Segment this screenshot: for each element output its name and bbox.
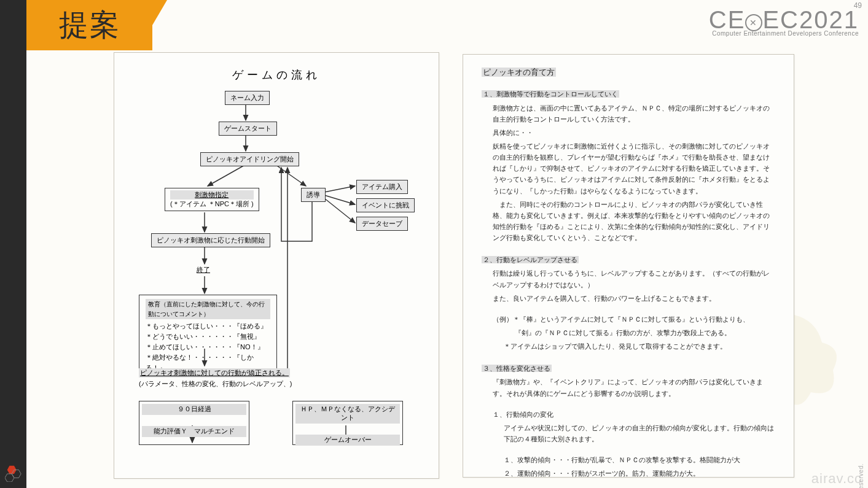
node-buy-item: アイテム購入 (356, 180, 408, 194)
svg-line-7 (324, 186, 355, 192)
slide-title-block: 提案 (26, 0, 152, 50)
sec2-ex1: （例）＊『棒』というアイテムに対して『ＮＰＣに対して振る』という行動よりも、 (493, 314, 775, 325)
sec2-ex3: ＊アイテムはショップで購入したり、発見して取得することができます。 (504, 341, 775, 352)
node-name-input: ネーム入力 (225, 91, 270, 105)
sidebar-strip (0, 0, 26, 488)
sec1-head: １、刺激物等で行動をコントロールしていく (482, 90, 619, 98)
svg-line-8 (324, 195, 355, 204)
flow-diagram: ネーム入力 ゲームスタート ピノッキオアイドリング開始 刺激物指定 (＊アイテム… (128, 91, 425, 471)
sec2-p2: また、良いアイテムを購入して、行動のパワーを上げることもできます。 (493, 293, 775, 304)
node-action-start: ピノッキオ刺激物に応じた行動開始 (151, 233, 270, 247)
node-event: イベントに挑戦 (356, 198, 415, 212)
conference-subtitle: Computer Entertainment Developers Confer… (709, 30, 859, 37)
sec2-ex2: 『剣』の『ＮＰＣに対して振る』行動の方が、攻撃力が数段上である。 (515, 327, 775, 338)
sec3-l2: ２、運動的傾向・・・行動がスポーツ的。筋力、運動能力が大。 (504, 468, 775, 479)
controller-icon: ✕ (745, 14, 762, 31)
svg-line-5 (208, 165, 246, 186)
sec3-sub: １、行動傾向の変化 (493, 409, 775, 420)
footer-logo-icon (5, 465, 22, 482)
svg-line-6 (275, 165, 306, 186)
node-end: 終了 (197, 265, 210, 274)
section-label: ゲームの説明 (34, 192, 68, 356)
svg-line-9 (324, 198, 355, 223)
sec2-head: ２、行動をレベルアップさせる (482, 256, 579, 263)
node-game-start: ゲームスタート (219, 122, 277, 136)
node-save: データセーブ (356, 217, 408, 231)
sec1-p3: 妖精を使ってピノッキオに刺激物に近付くように指示し、その刺激物に対してのピノッキ… (493, 141, 775, 196)
box-90days: ９０日経過 能力評価Ｙ マルチエンド (139, 401, 249, 445)
node-stimulus: 刺激物指定 (＊アイテム ＊NPC＊場所 ) (165, 188, 259, 211)
flow-title: ゲームの流れ (128, 68, 425, 82)
sec2-p1: 行動は繰り返し行っているうちに、レベルアップすることがあります。（すべての行動が… (493, 268, 775, 290)
doc-title: ピノッキオの育て方 (482, 68, 556, 77)
node-guide: 誘導 (301, 188, 326, 202)
sec1-p4: また、同時にその行動のコントロールにより、ピノッキオの内部パラが変化していき性格… (493, 199, 775, 244)
svg-marker-2 (5, 474, 14, 482)
sec3-p1: 『刺激物方』や、『イベントクリア』によって、ピノッキオの内部パラは変化していきま… (493, 376, 775, 398)
sec3-sub-p: アイテムや状況に対しての、ピノッキオの自主的行動の傾向が変化します。行動の傾向は… (504, 422, 775, 444)
conference-logo: CE✕EC2021 Computer Entertainment Develop… (709, 6, 859, 37)
result-line2: (パラメータ、性格の変化、行動のレベルアップ、) (139, 379, 292, 389)
node-education-box: 教育（直前にした刺激物に対して、今の行動についてコメント） ＊もっとやってほしい… (139, 295, 277, 378)
scan-page-text: ピノッキオの育て方 １、刺激物等で行動をコントロールしていく 刺激物方とは、画面… (463, 54, 794, 478)
slide-title: 提案 (59, 6, 120, 45)
scan-page-flowchart: ゲームの流れ ネーム入力 ゲームスタート ピノッキオアイドリング開始 刺激物指定… (114, 52, 439, 479)
sec1-p2: 具体的に・・ (493, 127, 775, 138)
watermark: airav.cc (811, 471, 862, 487)
sec3-head: ３、性格を変化させる (482, 365, 552, 372)
sec3-l1: １、攻撃的傾向・・・行動が乱暴で、ＮＰＣの攻撃を攻撃する。格闘能力が大 (504, 454, 775, 465)
sec1-p1: 刺激物方とは、画面の中に置いてあるアイテム、ＮＰＣ、特定の場所に対するピノッキオ… (493, 103, 775, 125)
title-notch (152, 0, 167, 50)
node-idling-start: ピノッキオアイドリング開始 (200, 152, 299, 166)
box-gameover: ＨＰ、ＭＰなくなる、アクシデント ゲームオーバー (292, 401, 403, 445)
result-line1: ピノッキオ刺激物に対しての行動が矯正される。 (139, 368, 290, 378)
